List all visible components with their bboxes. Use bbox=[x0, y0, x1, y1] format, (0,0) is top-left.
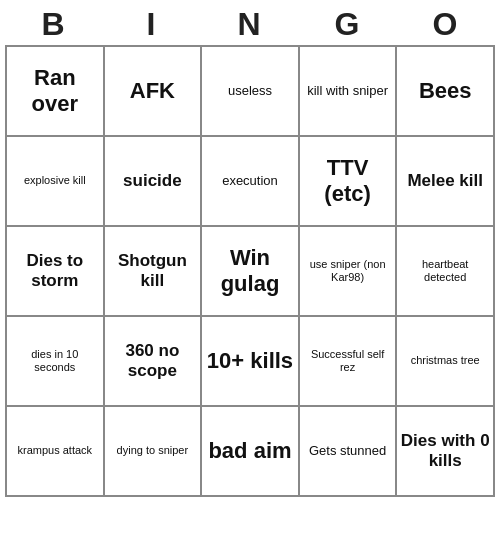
bingo-cell-0-1: AFK bbox=[105, 47, 203, 137]
bingo-cell-4-4: Dies with 0 kills bbox=[397, 407, 495, 497]
cell-text: Melee kill bbox=[407, 171, 483, 191]
cell-text: dying to sniper bbox=[117, 444, 189, 457]
header-letter-o: O bbox=[397, 6, 495, 43]
cell-text: heartbeat detected bbox=[400, 258, 490, 284]
cell-text: useless bbox=[228, 83, 272, 99]
header-letter-g: G bbox=[299, 6, 397, 43]
bingo-header: BINGO bbox=[0, 0, 500, 45]
bingo-cell-4-1: dying to sniper bbox=[105, 407, 203, 497]
bingo-cell-2-0: Dies to storm bbox=[7, 227, 105, 317]
bingo-cell-2-3: use sniper (non Kar98) bbox=[300, 227, 398, 317]
cell-text: execution bbox=[222, 173, 278, 189]
cell-text: Successful self rez bbox=[303, 348, 393, 374]
cell-text: Dies to storm bbox=[10, 251, 100, 292]
cell-text: Win gulag bbox=[205, 245, 295, 298]
header-letter-b: B bbox=[5, 6, 103, 43]
header-letters: BINGO bbox=[5, 6, 495, 43]
bingo-cell-3-4: christmas tree bbox=[397, 317, 495, 407]
bingo-cell-4-0: krampus attack bbox=[7, 407, 105, 497]
bingo-cell-2-1: Shotgun kill bbox=[105, 227, 203, 317]
header-letter-i: I bbox=[103, 6, 201, 43]
cell-text: TTV (etc) bbox=[303, 155, 393, 208]
cell-text: 360 no scope bbox=[108, 341, 198, 382]
bingo-cell-1-3: TTV (etc) bbox=[300, 137, 398, 227]
cell-text: Ran over bbox=[10, 65, 100, 118]
bingo-cell-3-1: 360 no scope bbox=[105, 317, 203, 407]
cell-text: christmas tree bbox=[411, 354, 480, 367]
header-letter-n: N bbox=[201, 6, 299, 43]
bingo-cell-0-3: kill with sniper bbox=[300, 47, 398, 137]
cell-text: Bees bbox=[419, 78, 472, 104]
bingo-cell-0-0: Ran over bbox=[7, 47, 105, 137]
cell-text: krampus attack bbox=[18, 444, 93, 457]
cell-text: Gets stunned bbox=[309, 443, 386, 459]
bingo-cell-3-0: dies in 10 seconds bbox=[7, 317, 105, 407]
bingo-cell-1-4: Melee kill bbox=[397, 137, 495, 227]
cell-text: AFK bbox=[130, 78, 175, 104]
bingo-cell-1-2: execution bbox=[202, 137, 300, 227]
bingo-cell-4-2: bad aim bbox=[202, 407, 300, 497]
bingo-grid: Ran overAFKuselesskill with sniperBeesex… bbox=[5, 45, 495, 497]
cell-text: 10+ kills bbox=[207, 348, 293, 374]
bingo-cell-3-3: Successful self rez bbox=[300, 317, 398, 407]
cell-text: explosive kill bbox=[24, 174, 86, 187]
bingo-cell-0-2: useless bbox=[202, 47, 300, 137]
bingo-cell-2-4: heartbeat detected bbox=[397, 227, 495, 317]
bingo-cell-3-2: 10+ kills bbox=[202, 317, 300, 407]
cell-text: kill with sniper bbox=[307, 83, 388, 99]
bingo-cell-0-4: Bees bbox=[397, 47, 495, 137]
cell-text: Dies with 0 kills bbox=[400, 431, 490, 472]
cell-text: bad aim bbox=[208, 438, 291, 464]
bingo-cell-2-2: Win gulag bbox=[202, 227, 300, 317]
cell-text: suicide bbox=[123, 171, 182, 191]
bingo-cell-4-3: Gets stunned bbox=[300, 407, 398, 497]
cell-text: use sniper (non Kar98) bbox=[303, 258, 393, 284]
cell-text: dies in 10 seconds bbox=[10, 348, 100, 374]
bingo-cell-1-1: suicide bbox=[105, 137, 203, 227]
bingo-cell-1-0: explosive kill bbox=[7, 137, 105, 227]
cell-text: Shotgun kill bbox=[108, 251, 198, 292]
